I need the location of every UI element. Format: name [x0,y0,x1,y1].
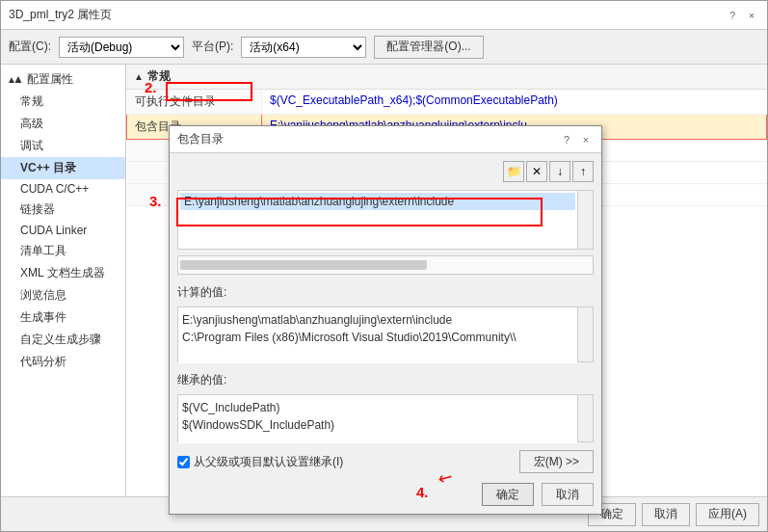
dialog-folder-button[interactable]: 📁 [503,161,524,182]
dialog-list-item[interactable]: E:\yanjiusheng\matlab\anzhuanglujing\ext… [180,193,575,210]
dialog-listbox[interactable]: E:\yanjiusheng\matlab\anzhuanglujing\ext… [178,191,577,249]
dialog-close-button[interactable]: × [578,132,594,147]
computed-scrollbar[interactable] [577,307,593,361]
dialog-title: 包含目录 [177,131,224,147]
dialog-toolbar: 📁 ✕ ↓ ↑ [177,161,594,182]
computed-textarea: E:\yanjiusheng\matlab\anzhuanglujing\ext… [178,307,577,363]
apply-button[interactable]: 应用(A) [696,503,759,526]
computed-label: 计算的值: [177,284,594,301]
sidebar-item-code-analysis[interactable]: 代码分析 [1,351,125,373]
sidebar-item-custom-build[interactable]: 自定义生成步骤 [1,329,125,351]
dialog-title-bar: 包含目录 ? × [170,126,601,153]
inherit-label: 从父级或项目默认设置继承(I) [194,454,343,470]
property-name-executable: 可执行文件目录 [127,90,262,115]
dialog-list-container: E:\yanjiusheng\matlab\anzhuanglujing\ext… [177,190,594,250]
computed-value-line1: E:\yanjiusheng\matlab\anzhuanglujing\ext… [182,311,573,329]
dialog-horizontal-scrollbar[interactable] [177,255,594,275]
sidebar-item-advanced[interactable]: 高级 [1,113,125,135]
property-value-executable: $(VC_ExecutablePath_x64);$(CommonExecuta… [262,90,767,115]
dialog-move-down-button[interactable]: ↓ [549,161,570,182]
cancel-button[interactable]: 取消 [642,503,690,526]
inherited-scrollbar[interactable] [577,395,593,441]
sidebar-item-debug[interactable]: 调试 [1,135,125,157]
dialog-body: 📁 ✕ ↓ ↑ E:\yanjiusheng\matlab\anzhuanglu… [170,153,601,514]
inherited-value-line1: $(VC_IncludePath) [182,399,573,416]
config-select[interactable]: 活动(Debug) [59,37,184,58]
sidebar-item-manifest-tool[interactable]: 清单工具 [1,240,125,262]
title-bar: 3D_pml_try2 属性页 ? × [1,1,767,30]
sidebar-item-cuda-cpp[interactable]: CUDA C/C++ [1,179,125,199]
table-row: 可执行文件目录 $(VC_ExecutablePath_x64);$(Commo… [127,90,767,115]
sidebar-item-vc-directories[interactable]: VC++ 目录 [1,157,125,179]
sidebar-group-header[interactable]: ▲ ▲ 配置属性 [1,68,125,91]
sidebar-item-linker[interactable]: 链接器 [1,199,125,221]
dialog-delete-button[interactable]: ✕ [526,161,547,182]
dialog-cancel-button[interactable]: 取消 [542,483,594,506]
sidebar-group-label: ▲ 配置属性 [13,71,73,88]
inherit-checkbox-container: 从父级或项目默认设置继承(I) [177,454,343,470]
dialog-move-up-button[interactable]: ↑ [572,161,594,182]
platform-label: 平台(P): [192,39,233,55]
config-label: 配置(C): [9,39,51,55]
dialog-bottom-buttons: 确定 取消 [177,483,594,506]
close-button[interactable]: × [744,8,759,23]
sidebar-item-cuda-linker[interactable]: CUDA Linker [1,221,125,240]
sidebar: ▲ ▲ 配置属性 常规 高级 调试 VC++ 目录 CUDA C/C++ 链接器… [1,65,126,496]
window-title: 3D_pml_try2 属性页 [9,7,112,23]
toolbar: 配置(C): 活动(Debug) 平台(P): 活动(x64) 配置管理器(O)… [1,30,767,65]
computed-value-line2: C:\Program Files (x86)\Microsoft Visual … [182,329,573,346]
platform-select[interactable]: 活动(x64) [241,37,366,58]
computed-values-container: E:\yanjiusheng\matlab\anzhuanglujing\ext… [177,306,594,362]
dialog-ok-button[interactable]: 确定 [482,483,534,506]
title-bar-buttons: ? × [725,8,759,23]
dialog-scrollbar-thumb [180,260,427,270]
dialog-title-buttons: ? × [559,132,594,147]
include-directory-dialog: 包含目录 ? × 📁 ✕ ↓ ↑ E:\yanjiushen [169,125,602,515]
section-arrow-icon: ▲ [134,71,144,82]
sidebar-item-build-events[interactable]: 生成事件 [1,306,125,329]
sidebar-item-general[interactable]: 常规 [1,91,125,113]
section-header-general: ▲ 常规 [126,65,767,90]
section-title: 常规 [147,68,171,85]
macro-button[interactable]: 宏(M) >> [519,450,594,473]
inherited-values-container: $(VC_IncludePath) $(WindowsSDK_IncludePa… [177,394,594,442]
help-button[interactable]: ? [725,8,740,23]
config-manager-button[interactable]: 配置管理器(O)... [374,36,483,59]
inherited-label: 继承的值: [177,372,594,388]
dialog-help-button[interactable]: ? [559,132,574,147]
checkbox-row: 从父级或项目默认设置继承(I) 宏(M) >> [177,450,594,473]
sidebar-item-xml-generator[interactable]: XML 文档生成器 [1,262,125,284]
inherit-checkbox[interactable] [177,456,190,468]
sidebar-item-browse-info[interactable]: 浏览信息 [1,284,125,306]
inherited-value-line2: $(WindowsSDK_IncludePath) [182,416,573,434]
inherited-textarea: $(VC_IncludePath) $(WindowsSDK_IncludePa… [178,395,577,443]
dialog-list-scrollbar[interactable] [577,191,593,249]
